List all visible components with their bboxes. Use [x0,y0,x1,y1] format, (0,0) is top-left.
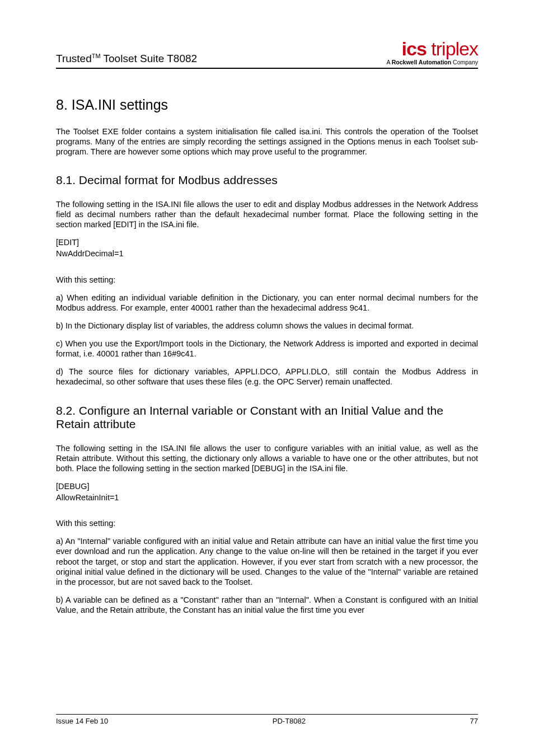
s82-item-b: b) A variable can be defined as a "Const… [56,595,478,615]
product-name-right: Toolset Suite T8082 [101,53,198,65]
footer-doc-id: PD-T8082 [273,717,306,725]
logo-rest: triplex [427,38,478,59]
product-title: TrustedTM Toolset Suite T8082 [56,53,197,65]
logo-sub-suffix: Company [451,59,478,65]
footer-page-number: 77 [470,717,478,725]
s81-config-section: [EDIT] [56,237,478,247]
s81-config-value: NwAddrDecimal=1 [56,248,478,259]
s82-item-a: a) An "Internal" variable configured wit… [56,536,478,587]
page-header: TrustedTM Toolset Suite T8082 ics triple… [56,39,478,69]
s81-item-c: c) When you use the Export/Import tools … [56,339,478,359]
intro-paragraph: The Toolset EXE folder contains a system… [56,126,478,157]
section-heading-8-2: 8.2. Configure an Internal variable or C… [56,404,478,431]
page-footer: Issue 14 Feb 10 PD-T8082 77 [56,714,478,725]
s82-paragraph-1: The following setting in the ISA.INI fil… [56,443,478,473]
logo-main-text: ics triplex [386,39,478,58]
s81-item-b: b) In the Dictionary display list of var… [56,321,478,331]
trademark: TM [92,53,101,59]
logo-sub-bold: Rockwell Automation [392,59,451,65]
s82-config-section: [DEBUG] [56,481,478,491]
footer-issue-date: Issue 14 Feb 10 [56,717,108,725]
s82-config-value: AllowRetainInit=1 [56,492,478,503]
s81-with-setting: With this setting: [56,275,478,285]
section-heading-8-1: 8.1. Decimal format for Modbus addresses [56,173,478,187]
s81-item-a: a) When editing an individual variable d… [56,293,478,313]
s81-item-d: d) The source files for dictionary varia… [56,367,478,387]
logo-sub-prefix: A [386,59,391,65]
logo-subtitle: A Rockwell Automation Company [386,59,478,65]
s81-paragraph-1: The following setting in the ISA.INI fil… [56,199,478,229]
section-heading-8: 8. ISA.INI settings [56,97,478,113]
brand-logo: ics triplex A Rockwell Automation Compan… [386,39,478,65]
product-name-left: Trusted [56,53,92,65]
logo-bold: ics [402,38,427,59]
s82-with-setting: With this setting: [56,518,478,528]
